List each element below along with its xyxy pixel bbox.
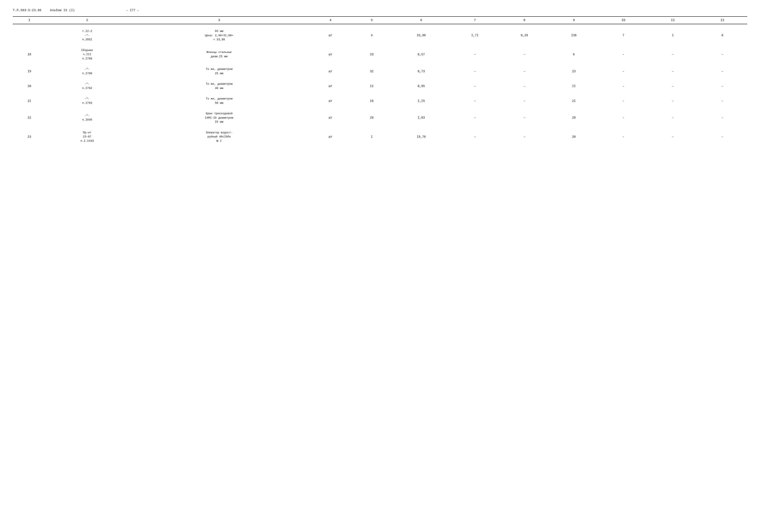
row-c11: – <box>648 66 698 77</box>
row-c8: – <box>499 95 549 106</box>
row-c11: – <box>648 110 698 125</box>
spacer-row-7 <box>13 144 747 148</box>
col-header-11: II <box>648 17 698 24</box>
row-price: 0,73 <box>392 66 450 77</box>
row-c9: 20 <box>549 129 598 145</box>
spacer-row-1 <box>13 43 747 47</box>
row-price: I,I5 <box>392 95 450 106</box>
row-price: I9,76 <box>392 129 450 145</box>
row-price: 0,57 <box>392 47 450 62</box>
row-id: I9 <box>13 66 46 77</box>
row-c11: I <box>648 28 698 43</box>
col-header-4: 4 <box>310 17 351 24</box>
row-ref: -"- п.I792 <box>46 81 128 92</box>
page-header: Т.П.503-5-23.86 Альбом IX (I) – I77 – <box>13 9 747 12</box>
spacer-row-4 <box>13 92 747 95</box>
col-header-8: 8 <box>499 17 549 24</box>
spacer-row-5 <box>13 106 747 110</box>
row-id <box>13 28 46 43</box>
row-unit: шт <box>310 129 351 145</box>
col-header-6: 6 <box>392 17 450 24</box>
row-c7: – <box>450 95 500 106</box>
row-c10: – <box>598 81 648 92</box>
row-desc: Фланцы стальные диам.I5 мм <box>128 47 310 62</box>
row-ref: Пр-нт 23-07 п.I-I443 <box>46 129 128 145</box>
col-header-3: 3 <box>128 17 310 24</box>
row-id: 23 <box>13 129 46 145</box>
row-c8: – <box>499 66 549 77</box>
row-c12: – <box>698 81 747 92</box>
row-c7: – <box>450 129 500 145</box>
row-id: 20 <box>13 81 46 92</box>
doc-code: Т.П.503-5-23.86 <box>13 9 42 12</box>
row-c9: 2I <box>549 95 598 106</box>
page-number: – I77 – <box>126 9 139 12</box>
row-c10: – <box>598 129 648 145</box>
row-c7: – <box>450 110 500 125</box>
row-desc: Кран трехходовой I4MI-I6 диаметром I5 мм <box>128 110 310 125</box>
row-id: I8 <box>13 47 46 62</box>
row-desc: То же, диаметром 25 мм <box>128 66 310 77</box>
table-row: 2I -"- п.I793 То же, диаметром 50 мм шт … <box>13 95 747 106</box>
row-c10: – <box>598 95 648 106</box>
row-unit: шт <box>310 110 351 125</box>
row-desc: То же, диаметром 50 мм <box>128 95 310 106</box>
row-c8: – <box>499 110 549 125</box>
row-c11: – <box>648 95 698 106</box>
row-c12: 8 <box>698 28 747 43</box>
col-header-5: 5 <box>351 17 392 24</box>
row-ref: т.I2-2 -"- п.205I <box>46 28 128 43</box>
table-row: 22 -"- п.I036 Кран трехходовой I4MI-I6 д… <box>13 110 747 125</box>
row-c11: – <box>648 129 698 145</box>
row-id: 22 <box>13 110 46 125</box>
row-c12: – <box>698 66 747 77</box>
row-c10: – <box>598 66 648 77</box>
spacer-row-0 <box>13 24 747 28</box>
row-c7: – <box>450 81 500 92</box>
row-qty: IO <box>351 47 392 62</box>
row-price: 33,98 <box>392 28 450 43</box>
row-id: 2I <box>13 95 46 106</box>
spacer-row-6 <box>13 125 747 129</box>
row-c7: – <box>450 47 500 62</box>
row-qty: 28 <box>351 110 392 125</box>
row-c7: – <box>450 66 500 77</box>
row-c12: – <box>698 129 747 145</box>
col-header-10: IO <box>598 17 648 24</box>
row-c8: – <box>499 129 549 145</box>
main-table: I 2 3 4 5 6 7 8 9 IO II I2 т.I2-2 -"- п.… <box>13 16 747 148</box>
row-c9: II <box>549 81 598 92</box>
row-unit: шт <box>310 81 351 92</box>
table-row: т.I2-2 -"- п.205I 65 мм Цена: 2,98+3I,00… <box>13 28 747 43</box>
row-c10: – <box>598 47 648 62</box>
row-c11: – <box>648 47 698 62</box>
row-qty: 4 <box>351 28 392 43</box>
col-header-12: I2 <box>698 17 747 24</box>
table-row: I8 Сборник ч.III п.I788 Фланцы стальные … <box>13 47 747 62</box>
row-c9: 23 <box>549 66 598 77</box>
row-c8: 0,29 <box>499 28 549 43</box>
col-header-1: I <box>13 17 46 24</box>
row-qty: 32 <box>351 66 392 77</box>
row-ref: -"- п.I793 <box>46 95 128 106</box>
col-header-9: 9 <box>549 17 598 24</box>
row-c8: – <box>499 81 549 92</box>
table-row: 23 Пр-нт 23-07 п.I-I443 Элеватор водост-… <box>13 129 747 145</box>
row-c12: – <box>698 47 747 62</box>
row-c7: I,7I <box>450 28 500 43</box>
row-c8: – <box>499 47 549 62</box>
table-row: I9 -"- п.I790 То же, диаметром 25 мм шт … <box>13 66 747 77</box>
row-price: I,03 <box>392 110 450 125</box>
col-header-2: 2 <box>46 17 128 24</box>
row-desc: То же, диаметром 40 мм <box>128 81 310 92</box>
row-desc: Элеватор водост- руйный 40сI0бк № I <box>128 129 310 145</box>
row-c9: I36 <box>549 28 598 43</box>
row-unit: шт <box>310 28 351 43</box>
row-c10: 7 <box>598 28 648 43</box>
spacer-row-3 <box>13 77 747 81</box>
row-unit: шт <box>310 95 351 106</box>
row-c10: – <box>598 110 648 125</box>
row-unit: шт <box>310 47 351 62</box>
row-unit: шт <box>310 66 351 77</box>
album-title: Альбом IX (I) <box>50 9 75 12</box>
